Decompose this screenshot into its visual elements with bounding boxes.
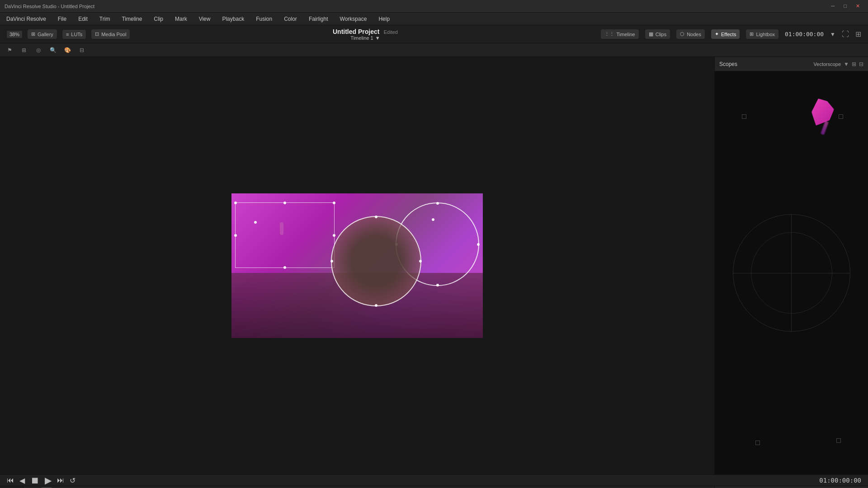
luts-icon: ≡: [66, 32, 69, 37]
cp-mid-right[interactable]: [333, 234, 335, 237]
video-container: [231, 193, 483, 338]
menu-item-color[interactable]: Color: [282, 15, 299, 23]
luts-btn[interactable]: ≡ LUTs: [62, 30, 86, 39]
transport-controls: ⏮ ◀ ⏹ ▶ ⏭ ↺: [7, 475, 75, 486]
zoom-btn[interactable]: 🔍: [48, 45, 58, 55]
color-btn[interactable]: 🎨: [62, 45, 72, 55]
window-header: ⊡ Window ⚙ ⋯: [715, 486, 868, 488]
lightbox-btn[interactable]: ⊞ Lightbox: [746, 29, 778, 39]
menu-item-davinci[interactable]: DaVinci Resolve: [5, 15, 48, 23]
timecode-dropdown-icon[interactable]: ▼: [830, 31, 835, 38]
scopes-layout-btn[interactable]: ⊟: [859, 61, 863, 67]
scopes-header: Scopes Vectorscope ▼ ⊞ ⊟: [715, 57, 868, 71]
nodes-btn[interactable]: ⬡ Nodes: [676, 29, 705, 39]
scopes-title: Scopes: [719, 61, 737, 67]
menu-item-fusion[interactable]: Fusion: [254, 15, 274, 23]
project-title: Untitled Project: [333, 28, 379, 35]
secondary-toolbar: ⚑ ⊞ ◎ 🔍 🎨 ⊟: [0, 43, 868, 57]
cp-big-bottom[interactable]: [436, 284, 439, 286]
menu-item-workspace[interactable]: Workspace: [338, 15, 369, 23]
lightbox-icon: ⊞: [750, 31, 754, 37]
menu-item-trim[interactable]: Trim: [98, 15, 112, 23]
flag-btn[interactable]: ⚑: [5, 45, 14, 55]
timeline-view-btn[interactable]: ⋮⋮ Timeline: [601, 29, 639, 39]
timeline-name-label: Timeline 1: [350, 35, 373, 41]
cp-center-right[interactable]: [419, 260, 422, 263]
menu-item-fairlight[interactable]: Fairlight: [307, 15, 330, 23]
adjust-btn[interactable]: ⊟: [77, 45, 87, 55]
scopes-grid-btn[interactable]: ⊞: [852, 61, 856, 67]
media-pool-btn[interactable]: ⊡ Media Pool: [91, 29, 130, 39]
center-circle-window[interactable]: [331, 216, 421, 306]
effects-btn[interactable]: ✦ Effects: [711, 29, 740, 39]
zoom-level[interactable]: 38%: [7, 31, 22, 38]
cp-top-right[interactable]: [333, 202, 335, 204]
menu-item-view[interactable]: View: [197, 15, 212, 23]
cp-center-left[interactable]: [330, 260, 333, 263]
scopes-panel: Scopes Vectorscope ▼ ⊞ ⊟: [714, 57, 868, 474]
figure-silhouette: [280, 222, 283, 235]
video-preview: [231, 193, 483, 338]
nodes-icon: ⬡: [680, 31, 684, 37]
header-timecode: 01:00:00:00: [785, 31, 824, 38]
scope-v-line: [791, 214, 792, 332]
rect-window[interactable]: [235, 202, 335, 268]
scopes-dropdown-icon[interactable]: ▼: [844, 61, 849, 67]
go-to-end-btn[interactable]: ⏭: [57, 476, 64, 484]
effects-icon: ✦: [715, 31, 719, 37]
menu-item-clip[interactable]: Clip: [152, 15, 165, 23]
timeline-icon: ⋮⋮: [604, 31, 614, 37]
media-pool-icon: ⊡: [95, 31, 99, 37]
tools-strip: ◈ ⊞ ◎ ≡ ⊙ ⊟: [0, 486, 24, 488]
cp-top-left[interactable]: [234, 202, 237, 204]
menu-item-playback[interactable]: Playback: [220, 15, 246, 23]
target-btn[interactable]: ◎: [33, 45, 43, 55]
color-panel-header: ↺ ◎ ⊟ ⊙ ⋯ Primaries - Color Wheels: [24, 486, 714, 488]
step-back-btn[interactable]: ◀: [19, 476, 25, 485]
color-tools: ◈ ⊞ ◎ ≡ ⊙ ⊟ ↺ ◎ ⊟ ⊙ ⋯ Primaries - Color …: [0, 486, 868, 488]
go-to-start-btn[interactable]: ⏮: [7, 476, 14, 484]
scope-target-r: [839, 114, 843, 119]
cp-big-top[interactable]: [436, 202, 439, 205]
cp-top-center[interactable]: [283, 202, 286, 204]
cp-mid-left[interactable]: [234, 234, 237, 237]
preview-area: [0, 57, 714, 474]
scope-target-g: [755, 441, 760, 445]
main-area: Scopes Vectorscope ▼ ⊞ ⊟: [0, 57, 868, 474]
menu-item-edit[interactable]: Edit: [76, 15, 90, 23]
cp-inner1[interactable]: [254, 221, 257, 224]
menu-item-help[interactable]: Help: [377, 15, 392, 23]
scope-blob: [811, 99, 834, 126]
edited-badge: Edited: [384, 29, 398, 35]
cp-bottom-center[interactable]: [283, 266, 286, 269]
title-text: DaVinci Resolve Studio - Untitled Projec…: [5, 4, 94, 9]
close-btn[interactable]: ✕: [856, 3, 860, 9]
header: 38% ⊞ Gallery ≡ LUTs ⊡ Media Pool Untitl…: [0, 25, 868, 43]
title-bar: DaVinci Resolve Studio - Untitled Projec…: [0, 0, 868, 13]
menu-item-mark[interactable]: Mark: [173, 15, 189, 23]
bottom-section: ⏮ ◀ ⏹ ▶ ⏭ ↺ 01:00:00:00 ◈ ⊞ ◎ ≡ ⊙ ⊟ ↺ ◎ …: [0, 474, 868, 488]
gallery-icon: ⊞: [31, 31, 35, 37]
fullscreen-btn[interactable]: ⛶: [842, 30, 849, 38]
timeline-dropdown-icon[interactable]: ▼: [375, 35, 380, 41]
play-btn[interactable]: ▶: [45, 475, 52, 486]
menu-item-file[interactable]: File: [56, 15, 68, 23]
cp-big-inner[interactable]: [432, 218, 434, 221]
layout-btn[interactable]: ⊞: [855, 30, 861, 38]
cp-center-bottom[interactable]: [375, 304, 377, 307]
cp-big-right[interactable]: [477, 243, 480, 246]
stop-btn[interactable]: ⏹: [30, 475, 39, 486]
scope-target-cy: [836, 438, 841, 443]
gallery-btn[interactable]: ⊞ Gallery: [28, 29, 57, 39]
transport-timecode: 01:00:00:00: [819, 477, 861, 484]
minimize-btn[interactable]: ─: [831, 3, 835, 9]
scopes-type: Vectorscope: [814, 61, 841, 67]
menu-item-timeline[interactable]: Timeline: [120, 15, 144, 23]
color-panel: ↺ ◎ ⊟ ⊙ ⋯ Primaries - Color Wheels Temp …: [24, 486, 714, 488]
grid-btn[interactable]: ⊞: [19, 45, 29, 55]
clips-btn[interactable]: ▦ Clips: [645, 29, 670, 39]
clips-icon: ▦: [649, 31, 653, 37]
maximize-btn[interactable]: □: [844, 3, 847, 9]
loop-btn[interactable]: ↺: [70, 476, 75, 485]
cp-center-top[interactable]: [375, 216, 377, 218]
